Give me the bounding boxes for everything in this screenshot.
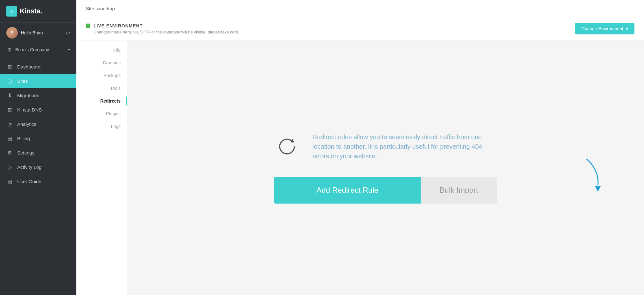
sidebar-item-label: Dashboard bbox=[17, 64, 40, 69]
dns-icon: ⊞ bbox=[6, 107, 13, 113]
sub-nav-item-plugins[interactable]: Plugins bbox=[76, 107, 127, 120]
sidebar: ≡ Kinsta. B Hello Brian ↩ ⊞ Brian's Comp… bbox=[0, 0, 76, 295]
company-name: Brian's Company bbox=[15, 47, 66, 52]
sidebar-item-label: Settings bbox=[17, 150, 34, 155]
env-title-text: LIVE ENVIRONMENT bbox=[94, 23, 143, 28]
action-buttons: Add Redirect Rule Bulk Import bbox=[274, 177, 497, 204]
nav-list: ⊞ Dashboard ▢ Sites ⬇ Migrations ⊞ Kinst… bbox=[0, 56, 76, 295]
sidebar-item-kinsta-dns[interactable]: ⊞ Kinsta DNS bbox=[0, 103, 76, 117]
sites-icon: ▢ bbox=[6, 78, 13, 84]
sub-nav-item-logs[interactable]: Logs bbox=[76, 120, 127, 133]
env-status-dot bbox=[86, 24, 90, 28]
sidebar-item-activity-log[interactable]: ◎ Activity Log bbox=[0, 160, 76, 174]
avatar: B bbox=[6, 27, 18, 39]
redirect-info: Redirect rules allow you to seamlessly d… bbox=[274, 132, 497, 161]
logout-icon[interactable]: ↩ bbox=[66, 30, 70, 36]
site-name: woorkup bbox=[97, 6, 115, 11]
logo-icon: ≡ bbox=[6, 6, 17, 17]
sidebar-item-analytics[interactable]: ◔ Analytics bbox=[0, 117, 76, 131]
env-left: LIVE ENVIRONMENT Changes made here, via … bbox=[86, 23, 239, 34]
sidebar-item-label: Kinsta DNS bbox=[17, 107, 42, 112]
sub-nav-item-backups[interactable]: Backups bbox=[76, 69, 127, 82]
sidebar-item-settings[interactable]: ⚙ Settings bbox=[0, 146, 76, 160]
sub-nav-item-info[interactable]: Info bbox=[76, 44, 127, 56]
refresh-icon bbox=[276, 135, 298, 158]
sidebar-item-billing[interactable]: ▤ Billing bbox=[0, 131, 76, 146]
logo-text: Kinsta. bbox=[20, 7, 42, 15]
company-section[interactable]: ⊞ Brian's Company ▾ bbox=[0, 43, 76, 56]
sub-nav-item-domains[interactable]: Domains bbox=[76, 56, 127, 69]
bulk-import-button[interactable]: Bulk Import bbox=[421, 177, 497, 204]
redirect-description: Redirect rules allow you to seamlessly d… bbox=[312, 132, 497, 161]
environment-banner: LIVE ENVIRONMENT Changes made here, via … bbox=[76, 17, 644, 40]
sub-nav: Info Domains Backups Tools Redirects Plu… bbox=[76, 40, 127, 295]
refresh-icon-wrap bbox=[274, 134, 300, 159]
user-section[interactable]: B Hello Brian ↩ bbox=[0, 23, 76, 43]
arrow-svg bbox=[580, 156, 606, 194]
billing-icon: ▤ bbox=[6, 135, 13, 141]
dashboard-icon: ⊞ bbox=[6, 64, 13, 70]
main-panel: Redirect rules allow you to seamlessly d… bbox=[127, 40, 644, 295]
sidebar-item-sites[interactable]: ▢ Sites bbox=[0, 74, 76, 88]
sidebar-item-label: User Guide bbox=[17, 179, 41, 184]
settings-icon: ⚙ bbox=[6, 150, 13, 156]
change-env-label: Change Environment bbox=[581, 26, 623, 31]
sub-nav-item-redirects[interactable]: Redirects bbox=[76, 95, 127, 107]
migrations-icon: ⬇ bbox=[6, 92, 13, 98]
panels: Info Domains Backups Tools Redirects Plu… bbox=[76, 40, 644, 295]
topbar: Site: woorkup bbox=[76, 0, 644, 17]
svg-marker-1 bbox=[595, 186, 601, 191]
sidebar-item-label: Billing bbox=[17, 136, 30, 141]
user-name: Hello Brian bbox=[21, 30, 63, 35]
sidebar-item-label: Analytics bbox=[17, 121, 36, 127]
env-title: LIVE ENVIRONMENT bbox=[86, 23, 143, 28]
sidebar-item-migrations[interactable]: ⬇ Migrations bbox=[0, 88, 76, 103]
arrow-annotation bbox=[580, 156, 606, 195]
company-icon: ⊞ bbox=[6, 47, 13, 53]
sidebar-item-label: Sites bbox=[17, 78, 28, 84]
change-env-chevron: ▾ bbox=[626, 26, 628, 31]
main-content: Site: woorkup LIVE ENVIRONMENT Changes m… bbox=[76, 0, 644, 295]
env-description: Changes made here, via SFTP or the datab… bbox=[94, 30, 239, 34]
redirect-content: Redirect rules allow you to seamlessly d… bbox=[274, 132, 497, 204]
sidebar-item-label: Migrations bbox=[17, 93, 39, 98]
sidebar-item-label: Activity Log bbox=[17, 164, 42, 170]
change-environment-button[interactable]: Change Environment ▾ bbox=[575, 23, 634, 34]
analytics-icon: ◔ bbox=[6, 121, 13, 127]
add-redirect-rule-button[interactable]: Add Redirect Rule bbox=[274, 177, 421, 204]
site-label: Site: bbox=[86, 6, 95, 11]
activity-log-icon: ◎ bbox=[6, 164, 13, 170]
sidebar-item-dashboard[interactable]: ⊞ Dashboard bbox=[0, 60, 76, 74]
logo: ≡ Kinsta. bbox=[0, 0, 76, 23]
user-guide-icon: ▤ bbox=[6, 178, 13, 184]
sidebar-item-user-guide[interactable]: ▤ User Guide bbox=[0, 174, 76, 189]
chevron-down-icon: ▾ bbox=[68, 47, 70, 52]
sub-nav-item-tools[interactable]: Tools bbox=[76, 82, 127, 95]
content-area: LIVE ENVIRONMENT Changes made here, via … bbox=[76, 17, 644, 295]
